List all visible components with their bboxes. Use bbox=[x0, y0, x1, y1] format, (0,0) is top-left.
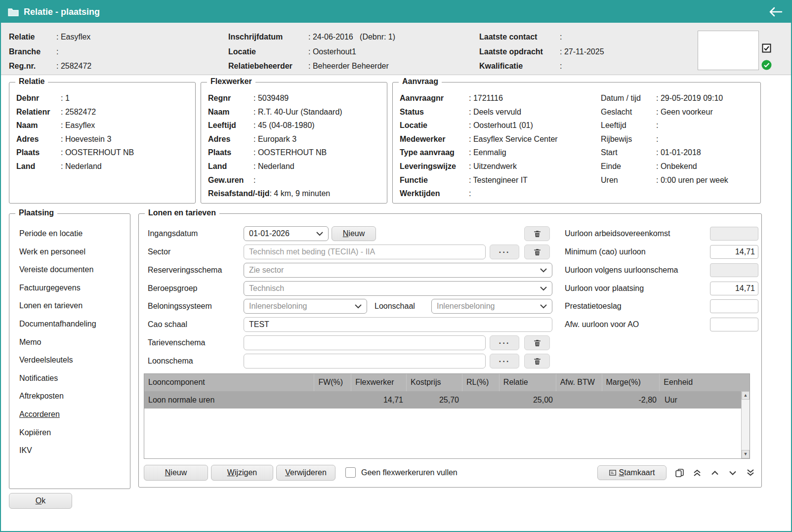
wijzigen-button[interactable]: Wijzigen bbox=[211, 465, 273, 481]
field-value: 2582472 bbox=[56, 59, 91, 74]
looncomponenten-table: Looncomponent FW(%) Flexwerker Kostprijs… bbox=[144, 373, 750, 459]
trash-icon bbox=[533, 339, 542, 347]
field-label: Branche bbox=[9, 44, 56, 59]
field-label: Naam bbox=[208, 105, 253, 119]
uurloon-voor-plaatsing-input[interactable] bbox=[710, 282, 758, 295]
stamkaart-card-icon bbox=[609, 469, 617, 476]
field-label: Reg.nr. bbox=[9, 59, 56, 74]
chevron-down-icon bbox=[316, 232, 323, 236]
field-label: Locatie bbox=[400, 119, 469, 132]
loonschaal-label: Loonschaal bbox=[375, 299, 415, 314]
move-first-button[interactable] bbox=[689, 465, 705, 480]
nieuw-looncomponent-button[interactable]: Nieuw bbox=[144, 465, 208, 481]
verwijderen-button[interactable]: Verwijderen bbox=[276, 465, 335, 481]
sidebar-item-periode-en-locatie[interactable]: Periode en locatie bbox=[19, 225, 127, 243]
field-value bbox=[560, 59, 564, 74]
delete-loonschema-button[interactable] bbox=[524, 354, 550, 368]
move-down-button[interactable] bbox=[725, 465, 741, 480]
tarievenschema-browse-button[interactable]: ··· bbox=[490, 335, 519, 350]
field-value bbox=[560, 30, 564, 44]
field-value bbox=[469, 187, 473, 201]
relatie-plaatsing-window: Relatie - plaatsing RelatieEasyflex Bran… bbox=[0, 0, 792, 532]
field-value: Hoevestein 3 bbox=[61, 132, 111, 146]
field-value bbox=[56, 44, 61, 59]
cell-looncomponent: Loon normale uren bbox=[144, 391, 315, 409]
checkbox-check-icon bbox=[762, 43, 771, 53]
back-button[interactable] bbox=[767, 4, 784, 19]
sidebar-item-aftrekposten[interactable]: Aftrekposten bbox=[19, 387, 127, 406]
ellipsis-icon: ··· bbox=[499, 248, 510, 256]
prestatietoeslag-label: Prestatietoeslag bbox=[565, 299, 622, 314]
table-row-loon-normale-uren[interactable]: Loon normale uren 14,71 25,70 25,00 -2,8… bbox=[144, 391, 750, 409]
field-value: 29-05-2019 09:10 bbox=[656, 91, 723, 105]
sidebar-item-vereiste-documenten[interactable]: Vereiste documenten bbox=[19, 261, 127, 279]
column-header-looncomponent: Looncomponent bbox=[144, 374, 314, 391]
field-label: Start bbox=[601, 146, 656, 160]
move-last-button[interactable] bbox=[743, 465, 758, 480]
ok-button[interactable]: Ok bbox=[9, 493, 72, 509]
nieuw-tarief-button[interactable]: Nieuw bbox=[332, 226, 376, 241]
column-header-kostprijs: Kostprijs bbox=[407, 374, 462, 391]
field-value: Beheerder Beheerder bbox=[308, 59, 389, 74]
field-value: 5039489 bbox=[253, 91, 289, 105]
sidebar-item-lonen-en-tarieven[interactable]: Lonen en tarieven bbox=[19, 297, 127, 315]
minimum-cao-uurloon-input[interactable] bbox=[710, 245, 758, 259]
copy-icon bbox=[675, 469, 684, 477]
trash-icon bbox=[533, 357, 542, 366]
confirm-button[interactable] bbox=[761, 59, 772, 70]
field-value: Deels vervuld bbox=[469, 105, 521, 119]
scroll-down-button[interactable]: ▼ bbox=[742, 450, 750, 458]
delete-tarievenschema-button[interactable] bbox=[524, 335, 550, 350]
prestatietoeslag-input[interactable] bbox=[710, 299, 758, 313]
geen-flexwerkeruren-checkbox[interactable] bbox=[345, 467, 356, 478]
field-value: 27-11-2025 bbox=[560, 44, 604, 59]
copy-button[interactable] bbox=[671, 465, 687, 480]
stamkaart-button[interactable]: Stamkaart bbox=[597, 465, 667, 480]
loonschema-input[interactable] bbox=[244, 354, 486, 368]
loonschaal-select: Inlenersbeloning bbox=[431, 299, 552, 314]
field-label: Plaats bbox=[208, 146, 253, 160]
column-header-eenheid: Eenheid bbox=[660, 374, 750, 391]
field-value: 1721116 bbox=[469, 91, 503, 105]
field-value: Easyflex bbox=[56, 30, 90, 44]
sidebar-item-notificaties[interactable]: Notificaties bbox=[19, 369, 127, 388]
sector-browse-button[interactable]: ··· bbox=[490, 245, 519, 259]
delete-ingangsdatum-button[interactable] bbox=[524, 226, 550, 241]
sidebar-item-accorderen[interactable]: Accorderen bbox=[19, 406, 127, 424]
uurloon-arbeidsovereenkomst-input bbox=[710, 227, 758, 241]
table-header: Looncomponent FW(%) Flexwerker Kostprijs… bbox=[144, 374, 750, 391]
sidebar-item-kopieren[interactable]: Kopiëren bbox=[19, 424, 127, 442]
uurloon-volgens-uurloonschema-label: Uurloon volgens uurloonschema bbox=[565, 263, 678, 278]
photo-placeholder bbox=[698, 31, 759, 70]
reserveringsschema-select: Zie sector bbox=[244, 263, 552, 278]
cell-afw-btw bbox=[557, 391, 603, 409]
field-label: Locatie bbox=[228, 44, 308, 59]
tarievenschema-input[interactable] bbox=[244, 335, 486, 350]
uurloon-volgens-uurloonschema-input bbox=[710, 263, 758, 277]
cao-schaal-input[interactable] bbox=[244, 317, 552, 332]
sidebar-item-werk-en-personeel[interactable]: Werk en personeel bbox=[19, 243, 127, 261]
ingangsdatum-value: 01-01-2026 bbox=[249, 229, 316, 238]
sidebar-item-documentafhandeling[interactable]: Documentafhandeling bbox=[19, 315, 127, 333]
field-label: Uren bbox=[601, 173, 656, 187]
sector-input bbox=[244, 245, 486, 259]
ingangsdatum-select[interactable]: 01-01-2026 bbox=[244, 226, 329, 241]
field-value: Europark 3 bbox=[253, 132, 296, 146]
field-value: 24-06-2016 (Debnr: 1) bbox=[308, 30, 395, 44]
field-label: Laatste contact bbox=[479, 30, 560, 44]
sidebar-item-memo[interactable]: Memo bbox=[19, 333, 127, 352]
field-value: Nederland bbox=[61, 160, 102, 173]
scroll-up-button[interactable]: ▲ bbox=[742, 391, 750, 400]
delete-sector-button[interactable] bbox=[524, 245, 550, 259]
field-label: Land bbox=[208, 160, 253, 173]
sidebar-item-factuurgegevens[interactable]: Factuurgegevens bbox=[19, 279, 127, 297]
loonschema-browse-button[interactable]: ··· bbox=[490, 354, 519, 368]
move-up-button[interactable] bbox=[707, 465, 723, 480]
sidebar-item-verdeelsleutels[interactable]: Verdeelsleutels bbox=[19, 351, 127, 369]
afw-uurloon-voor-ao-input[interactable] bbox=[710, 318, 758, 331]
vertical-scrollbar[interactable]: ▲ ▼ bbox=[741, 391, 750, 458]
field-label: Kwalificatie bbox=[479, 59, 560, 74]
field-label: Land bbox=[16, 160, 61, 173]
sidebar-item-ikv[interactable]: IKV bbox=[19, 442, 127, 460]
checked-checkbox-button[interactable] bbox=[761, 42, 772, 53]
